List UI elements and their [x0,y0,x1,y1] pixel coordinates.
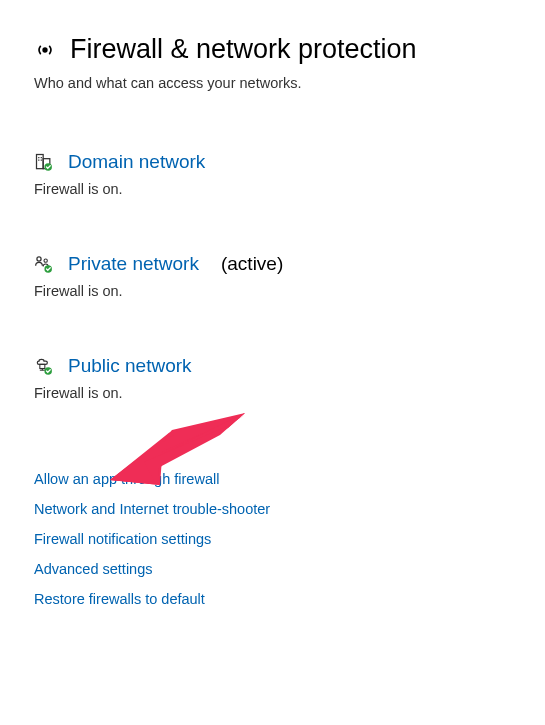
private-network-header[interactable]: Private network (active) [34,253,511,275]
svg-rect-11 [40,364,45,368]
public-network-link[interactable]: Public network [68,355,192,377]
page-subtitle: Who and what can access your networks. [34,75,511,91]
svg-rect-6 [41,160,42,161]
troubleshooter-link[interactable]: Network and Internet trouble-shooter [34,501,511,517]
svg-rect-1 [37,155,44,169]
active-indicator: (active) [221,253,283,275]
svg-rect-5 [38,160,39,161]
domain-network-status: Firewall is on. [34,181,511,197]
notification-settings-link[interactable]: Firewall notification settings [34,531,511,547]
svg-rect-4 [41,157,42,158]
public-network-icon [34,356,54,376]
svg-rect-3 [38,157,39,158]
advanced-settings-link[interactable]: Advanced settings [34,561,511,577]
page-title: Firewall & network protection [70,34,417,65]
private-network-icon [34,254,54,274]
public-network-status: Firewall is on. [34,385,511,401]
svg-point-0 [43,48,47,52]
domain-network-section: Domain network Firewall is on. [34,151,511,197]
private-network-status: Firewall is on. [34,283,511,299]
domain-network-icon [34,152,54,172]
allow-app-link[interactable]: Allow an app through firewall [34,471,511,487]
private-network-link[interactable]: Private network [68,253,199,275]
page-header: Firewall & network protection [34,34,511,65]
settings-links: Allow an app through firewall Network an… [34,471,511,607]
broadcast-icon [34,39,56,61]
svg-point-8 [37,257,41,261]
public-network-section: Public network Firewall is on. [34,355,511,401]
private-network-section: Private network (active) Firewall is on. [34,253,511,299]
svg-point-9 [44,259,47,262]
domain-network-header[interactable]: Domain network [34,151,511,173]
domain-network-link[interactable]: Domain network [68,151,205,173]
restore-defaults-link[interactable]: Restore firewalls to default [34,591,511,607]
public-network-header[interactable]: Public network [34,355,511,377]
